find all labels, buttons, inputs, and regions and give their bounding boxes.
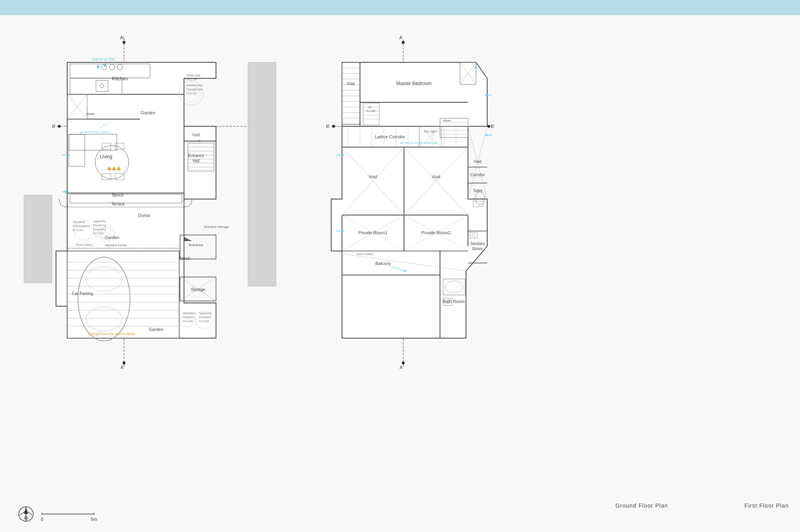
- svg-point-127: [332, 125, 335, 128]
- svg-text:Kitchen: Kitchen: [112, 76, 128, 82]
- svg-text:air flow from the downstair: air flow from the downstair: [400, 141, 438, 145]
- svg-text:Lattice Corridor: Lattice Corridor: [375, 134, 405, 139]
- svg-text:B': B': [491, 124, 494, 129]
- svg-text:Sunlight from the west in wint: Sunlight from the west in winter: [88, 332, 135, 336]
- svg-text:B': B': [52, 124, 56, 129]
- svg-text:Void: Void: [368, 174, 377, 179]
- svg-text:Room: Room: [472, 247, 483, 251]
- svg-text:Bench: Bench: [179, 256, 190, 261]
- svg-text:Balcony: Balcony: [375, 261, 391, 266]
- svg-text:Canadensis: Canadensis: [186, 88, 202, 91]
- svg-text:Entrance Storage: Entrance Storage: [204, 225, 229, 229]
- main-content: A' A B' B' down: [0, 15, 800, 532]
- svg-text:Terrace: Terrace: [111, 202, 125, 206]
- svg-text:Flowering: Flowering: [93, 223, 106, 227]
- top-bar: [0, 0, 800, 15]
- svg-marker-57: [184, 237, 192, 241]
- ground-floor-title: Ground Floor Plan: [616, 502, 668, 509]
- svg-point-1: [123, 41, 126, 44]
- svg-text:0: 0: [41, 517, 43, 522]
- svg-text:A': A': [399, 35, 403, 40]
- svg-text:Dogwood: Dogwood: [93, 227, 106, 231]
- svg-marker-131: [331, 62, 487, 338]
- svg-text:White Oak: White Oak: [186, 74, 200, 77]
- svg-text:H=1.5m: H=1.5m: [186, 92, 197, 95]
- svg-text:to Loft: to Loft: [366, 109, 376, 113]
- svg-marker-241: [24, 514, 28, 521]
- svg-text:H=2.5m: H=2.5m: [186, 78, 197, 81]
- svg-text:H=1.5m: H=1.5m: [182, 319, 193, 323]
- svg-text:Natural air flow: Natural air flow: [92, 57, 115, 61]
- svg-rect-13: [248, 62, 276, 286]
- svg-text:Storage: Storage: [191, 287, 205, 292]
- svg-text:Bench: Bench: [112, 193, 124, 197]
- svg-text:Master Bedroom: Master Bedroom: [396, 81, 432, 86]
- svg-text:Oldhami: Oldhami: [182, 315, 194, 319]
- svg-text:Roof Outline: Roof Outline: [76, 243, 93, 247]
- svg-text:Japanese: Japanese: [93, 219, 106, 223]
- svg-text:H=2.5m: H=2.5m: [199, 319, 209, 323]
- svg-text:Garden: Garden: [149, 327, 164, 332]
- svg-marker-242: [24, 507, 28, 514]
- svg-text:Void: Void: [474, 159, 481, 164]
- svg-point-128: [488, 125, 490, 128]
- svg-text:5m: 5m: [91, 517, 97, 522]
- svg-text:Garden: Garden: [141, 110, 156, 115]
- svg-point-123: [402, 362, 405, 365]
- svg-text:Void: Void: [192, 133, 200, 137]
- svg-text:up: up: [197, 139, 201, 142]
- svg-text:Private Room1: Private Room1: [358, 230, 388, 235]
- svg-text:B': B': [326, 124, 330, 129]
- svg-text:Car Parking: Car Parking: [72, 291, 93, 296]
- svg-text:A': A': [120, 35, 124, 40]
- svg-text:Monadelphia: Monadelphia: [73, 224, 90, 228]
- svg-text:Toilet: Toilet: [473, 189, 482, 193]
- svg-text:up: up: [368, 105, 372, 109]
- svg-text:Entrance: Entrance: [189, 243, 203, 247]
- svg-point-8: [58, 125, 61, 128]
- svg-text:Entrance: Entrance: [188, 153, 204, 158]
- svg-text:Corridor: Corridor: [470, 173, 485, 177]
- svg-text:Doma: Doma: [138, 213, 150, 218]
- svg-text:air flow to the upstair: air flow to the upstair: [80, 130, 110, 134]
- svg-text:Void: Void: [347, 82, 354, 86]
- svg-text:H=3.5m: H=3.5m: [73, 228, 83, 232]
- svg-text:Hall: Hall: [192, 159, 199, 163]
- svg-text:Japanese: Japanese: [199, 311, 212, 315]
- svg-text:Amelanchier: Amelanchier: [186, 84, 203, 87]
- svg-text:Stewartia: Stewartia: [73, 220, 86, 224]
- svg-text:Private Room2: Private Room2: [422, 230, 451, 235]
- svg-text:A: A: [400, 365, 403, 370]
- svg-text:Void: Void: [432, 174, 440, 179]
- svg-text:Bath Room: Bath Room: [442, 299, 464, 304]
- svg-text:Garden: Garden: [105, 235, 120, 240]
- svg-text:down: down: [443, 119, 451, 122]
- svg-text:A: A: [120, 365, 124, 370]
- svg-text:Sanitary: Sanitary: [470, 241, 485, 246]
- svg-text:Roof Outline: Roof Outline: [357, 252, 374, 256]
- svg-point-122: [402, 41, 405, 44]
- svg-text:Snowbell: Snowbell: [199, 315, 211, 319]
- svg-text:Top Light: Top Light: [424, 130, 437, 133]
- first-floor-title: First Floor Plan: [744, 502, 789, 509]
- svg-text:H=3.5m: H=3.5m: [93, 231, 104, 235]
- svg-text:Vaccinium: Vaccinium: [182, 311, 196, 315]
- svg-text:Wooden Fence: Wooden Fence: [105, 243, 127, 247]
- svg-text:Living: Living: [100, 154, 112, 159]
- floor-plans-svg: A' A B' B' down: [0, 15, 800, 532]
- svg-rect-12: [24, 195, 52, 283]
